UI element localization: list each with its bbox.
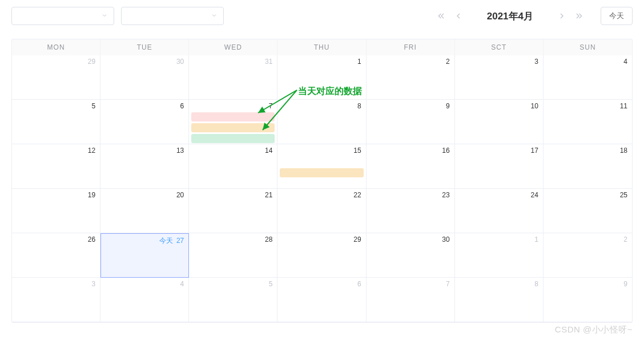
calendar-cell[interactable]: 5 [189, 278, 277, 322]
day-number: 20 [103, 191, 184, 199]
calendar-grid: 2930311234567891011121314151617181920212… [12, 55, 632, 322]
today-button[interactable]: 今天 [601, 7, 633, 25]
day-number: 24 [457, 191, 538, 199]
calendar-cell[interactable]: 13 [100, 144, 189, 189]
calendar-cell[interactable]: 1 [455, 233, 544, 278]
calendar-cell[interactable]: 12 [12, 144, 100, 189]
weekday-cell: TUE [100, 39, 189, 55]
day-number: 11 [546, 102, 627, 110]
day-number: 4 [103, 280, 184, 288]
prev-month-icon[interactable] [454, 11, 463, 21]
day-number: 23 [369, 191, 450, 199]
calendar-cell[interactable]: 30 [100, 55, 189, 100]
day-number: 10 [457, 102, 538, 110]
day-number: 7 [369, 280, 450, 288]
calendar-cell[interactable]: 23 [367, 189, 455, 233]
weekday-cell: MON [12, 39, 100, 55]
day-number: 18 [546, 147, 627, 155]
day-number: 8 [280, 102, 361, 110]
calendar-cell[interactable]: 6 [277, 278, 366, 322]
day-number: 1 [280, 58, 361, 66]
event-list [191, 112, 275, 143]
calendar-cell[interactable]: 9 [544, 278, 632, 322]
event-list [280, 168, 363, 177]
day-number: 26 [14, 236, 95, 243]
day-number: 19 [14, 191, 95, 199]
chevron-down-icon [101, 12, 108, 21]
weekday-cell: FRI [367, 39, 455, 55]
calendar-cell[interactable]: 2 [544, 233, 632, 278]
calendar-cell[interactable]: 6 [100, 100, 189, 144]
calendar-cell[interactable]: 3 [12, 278, 100, 322]
day-number: 3 [14, 280, 95, 288]
toolbar: 2021年4月 今天 [11, 5, 633, 27]
calendar-cell[interactable]: 26 [12, 233, 100, 278]
calendar-cell[interactable]: 29 [277, 233, 366, 278]
day-number: 6 [103, 102, 184, 110]
day-number: 9 [369, 102, 450, 110]
day-number: 17 [457, 147, 538, 155]
calendar-cell[interactable]: 9 [367, 100, 455, 144]
day-number: 29 [14, 58, 95, 66]
calendar-cell[interactable]: 4 [544, 55, 632, 100]
calendar-cell[interactable]: 8 [455, 278, 544, 322]
day-number: 1 [457, 236, 538, 243]
event-bar[interactable] [191, 112, 275, 121]
day-number: 29 [280, 236, 361, 243]
calendar-cell[interactable]: 14 [189, 144, 277, 189]
calendar-nav: 2021年4月 今天 [437, 7, 633, 25]
calendar-cell[interactable]: 29 [12, 55, 100, 100]
next-year-icon[interactable] [574, 11, 583, 21]
calendar: MONTUEWEDTHUFRISCTSUN 293031123456789101… [11, 39, 633, 323]
calendar-cell[interactable]: 5 [12, 100, 100, 144]
day-number: 4 [546, 58, 627, 66]
event-bar[interactable] [191, 123, 275, 132]
calendar-cell[interactable]: 22 [277, 189, 366, 233]
calendar-cell[interactable]: 2 [367, 55, 455, 100]
filter-select-1[interactable] [11, 7, 114, 25]
calendar-cell[interactable]: 25 [544, 189, 632, 233]
calendar-cell[interactable]: 17 [455, 144, 544, 189]
day-number: 14 [191, 147, 272, 155]
calendar-cell[interactable]: 8 [277, 100, 366, 144]
calendar-cell[interactable]: 1 [277, 55, 366, 100]
calendar-cell[interactable]: 15 [277, 144, 366, 189]
day-number: 30 [103, 58, 184, 66]
event-bar[interactable] [191, 134, 275, 143]
calendar-cell[interactable]: 3 [455, 55, 544, 100]
weekday-cell: THU [277, 39, 366, 55]
calendar-cell[interactable]: 11 [544, 100, 632, 144]
calendar-cell[interactable]: 19 [12, 189, 100, 233]
calendar-cell[interactable]: 21 [189, 189, 277, 233]
prev-year-icon[interactable] [437, 11, 446, 21]
day-number: 5 [191, 280, 272, 288]
calendar-cell[interactable]: 20 [100, 189, 189, 233]
filter-select-2[interactable] [121, 7, 224, 25]
calendar-cell[interactable]: 今天27 [100, 233, 189, 278]
calendar-cell[interactable]: 16 [367, 144, 455, 189]
day-number: 16 [369, 147, 450, 155]
weekday-cell: SUN [544, 39, 632, 55]
calendar-cell[interactable]: 7 [367, 278, 455, 322]
day-number: 2 [369, 58, 450, 66]
calendar-cell[interactable]: 10 [455, 100, 544, 144]
calendar-cell[interactable]: 31 [189, 55, 277, 100]
calendar-cell[interactable]: 30 [367, 233, 455, 278]
calendar-cell[interactable]: 7 [189, 100, 277, 144]
day-number: 8 [457, 280, 538, 288]
watermark: CSDN @小小怪呀~ [555, 324, 633, 335]
calendar-cell[interactable]: 28 [189, 233, 277, 278]
calendar-cell[interactable]: 24 [455, 189, 544, 233]
next-month-icon[interactable] [557, 11, 566, 21]
day-number: 9 [546, 280, 627, 288]
day-number: 6 [280, 280, 361, 288]
day-number: 30 [369, 236, 450, 243]
event-bar[interactable] [280, 168, 363, 177]
day-number: 22 [280, 191, 361, 199]
chevron-down-icon [211, 12, 218, 21]
day-number: 13 [103, 147, 184, 155]
calendar-cell[interactable]: 4 [100, 278, 189, 322]
calendar-cell[interactable]: 18 [544, 144, 632, 189]
day-number: 25 [546, 191, 627, 199]
day-number: 31 [191, 58, 272, 66]
